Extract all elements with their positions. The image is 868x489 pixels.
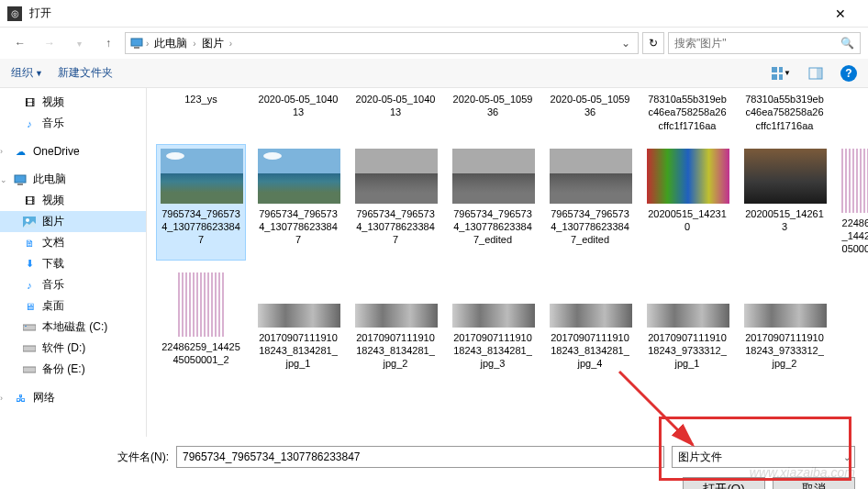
video-icon: 🎞	[22, 95, 37, 110]
file-name: 22486259_1442545050001_2	[841, 217, 868, 256]
disk-icon	[22, 320, 37, 335]
onedrive-icon: ☁	[13, 144, 28, 159]
search-input[interactable]	[674, 37, 835, 50]
file-thumbnail	[258, 149, 340, 204]
svg-rect-3	[779, 67, 783, 72]
sidebar-item-downloads[interactable]: ⬇下载	[0, 253, 146, 274]
sidebar-item-video[interactable]: 🎞视频	[0, 190, 146, 211]
filename-input[interactable]	[176, 446, 664, 468]
help-icon[interactable]: ?	[840, 65, 857, 82]
file-list: 123_ys2020-05-05_1040132020-05-05_104013…	[147, 88, 868, 437]
preview-pane-icon[interactable]	[806, 63, 826, 83]
file-item[interactable]: 2017090711191018243_8134281_jpg_1	[253, 268, 343, 375]
file-item[interactable]: 20200515_142310	[642, 144, 732, 261]
file-thumbnail	[841, 149, 868, 213]
file-item[interactable]: 20200515_142613	[740, 144, 829, 261]
breadcrumb-item[interactable]: 此电脑	[150, 34, 191, 53]
search-icon[interactable]: 🔍	[840, 37, 854, 50]
forward-button[interactable]: →	[37, 32, 62, 54]
file-item[interactable]: 2020-05-05_105936	[545, 90, 635, 137]
chevron-right-icon: ›	[229, 39, 232, 49]
file-item[interactable]: 2020-05-05_105936	[448, 90, 538, 137]
sidebar-item-disk-d[interactable]: 软件 (D:)	[0, 338, 146, 359]
file-item[interactable]: 2017090711191018243_8134281_jpg_2	[351, 268, 440, 375]
sidebar-item-video[interactable]: 🎞视频	[0, 92, 146, 113]
collapse-icon[interactable]: ⌄	[0, 175, 7, 184]
close-button[interactable]: ✕	[819, 0, 861, 27]
breadcrumb[interactable]: › 此电脑 › 图片 › ⌄	[125, 32, 639, 54]
file-item[interactable]: 78310a55b319ebc46ea758258a26cffc1f1716aa	[740, 90, 829, 137]
file-thumbnail	[647, 149, 729, 204]
file-thumbnail	[355, 149, 438, 204]
file-name: 20200515_142310	[647, 207, 728, 234]
svg-rect-5	[779, 74, 783, 80]
file-name: 7965734_7965734_1307786233847_edited	[452, 207, 533, 247]
file-thumbnail	[550, 304, 632, 328]
file-name: 2020-05-05_104013	[258, 93, 339, 119]
new-folder-button[interactable]: 新建文件夹	[58, 65, 113, 81]
recent-dropdown[interactable]: ▾	[66, 32, 92, 54]
file-item[interactable]: 7965734_7965734_1307786233847	[253, 144, 343, 261]
sidebar-item-music[interactable]: ♪音乐	[0, 113, 146, 134]
file-name: 78310a55b319ebc46ea758258a26cffc1f1716aa	[647, 93, 728, 132]
up-button[interactable]: ↑	[95, 32, 121, 54]
file-thumbnail	[178, 272, 224, 337]
sidebar-item-network[interactable]: ›🖧网络	[0, 387, 146, 408]
file-item[interactable]: 2020-05-05_104013	[253, 90, 343, 137]
file-name: 2020-05-05_105936	[452, 93, 533, 119]
filename-label: 文件名(N):	[117, 450, 169, 465]
disk-icon	[22, 362, 37, 377]
app-icon: ◎	[7, 6, 22, 21]
file-name: 7965734_7965734_1307786233847	[258, 207, 339, 247]
file-item[interactable]: 22486259_1442545050001_2	[156, 268, 246, 375]
search-box[interactable]: 🔍	[668, 32, 861, 54]
file-item[interactable]: 7965734_7965734_1307786233847_edited	[545, 144, 635, 261]
file-item[interactable]: 2017090711191018243_9733312_jpg_2	[740, 268, 829, 375]
file-name: 2017090711191018243_8134281_jpg_2	[355, 331, 436, 371]
back-button[interactable]: ←	[7, 32, 33, 54]
file-thumbnail	[355, 304, 438, 328]
file-name: 7965734_7965734_1307786233847	[161, 207, 241, 247]
file-name: 2017090711191018243_8134281_jpg_1	[258, 331, 339, 371]
title-bar: ◎ 打开 ✕	[0, 0, 868, 28]
expand-icon[interactable]: ›	[0, 394, 3, 403]
file-item[interactable]: 7965734_7965734_1307786233847	[156, 144, 246, 261]
expand-icon[interactable]: ›	[0, 147, 3, 156]
sidebar-item-pictures[interactable]: 图片	[0, 211, 146, 232]
file-thumbnail	[647, 304, 729, 328]
breadcrumb-dropdown[interactable]: ⌄	[618, 37, 634, 50]
breadcrumb-item[interactable]: 图片	[198, 34, 228, 53]
sidebar-item-onedrive[interactable]: ›☁OneDrive	[0, 141, 146, 161]
file-name: 22486259_1442545050001_2	[161, 340, 241, 367]
watermark: www.xiazaiba.com	[750, 465, 855, 480]
view-thumbnails-icon[interactable]: ▼	[771, 63, 791, 83]
disk-icon	[22, 341, 37, 356]
organize-menu[interactable]: 组织 ▼	[11, 65, 43, 81]
sidebar-item-disk-e[interactable]: 备份 (E:)	[0, 359, 146, 380]
file-thumbnail	[550, 149, 632, 204]
sidebar-item-disk-c[interactable]: 本地磁盘 (C:)	[0, 317, 146, 338]
music-icon: ♪	[22, 278, 37, 293]
file-item[interactable]: 2017090711191018243_9733312_jpg_1	[642, 268, 732, 375]
footer: 文件名(N): 图片文件 ⌄ 打开(O) 取消	[0, 437, 868, 489]
file-item[interactable]: 2017090711191018243_8134281_jpg_4	[545, 268, 635, 375]
sidebar-item-desktop[interactable]: 🖥桌面	[0, 295, 146, 317]
sidebar-item-this-pc[interactable]: ⌄此电脑	[0, 169, 146, 190]
doc-icon: 🗎	[22, 236, 37, 250]
file-item[interactable]: 123_ys	[156, 90, 246, 137]
file-item[interactable]: 7965734_7965734_1307786233847_edited	[448, 144, 538, 261]
refresh-button[interactable]: ↻	[642, 32, 664, 54]
sidebar-item-documents[interactable]: 🗎文档	[0, 232, 146, 253]
sidebar-item-music[interactable]: ♪音乐	[0, 274, 146, 295]
network-icon: 🖧	[13, 391, 28, 406]
file-item[interactable]: 7965734_7965734_1307786233847	[351, 144, 440, 261]
file-thumbnail	[452, 304, 535, 328]
svg-point-11	[26, 218, 29, 222]
file-item[interactable]: 78310a55b319ebc46ea758258a26cffc1f1716aa	[642, 90, 732, 137]
download-icon: ⬇	[22, 257, 37, 272]
file-item[interactable]: 2020-05-05_104013	[351, 90, 440, 137]
svg-rect-2	[772, 67, 777, 72]
chevron-right-icon: ›	[146, 39, 149, 49]
file-item[interactable]: 2017090711191018243_8134281_jpg_3	[448, 268, 538, 375]
file-item[interactable]: 22486259_1442545050001_2	[837, 144, 868, 261]
